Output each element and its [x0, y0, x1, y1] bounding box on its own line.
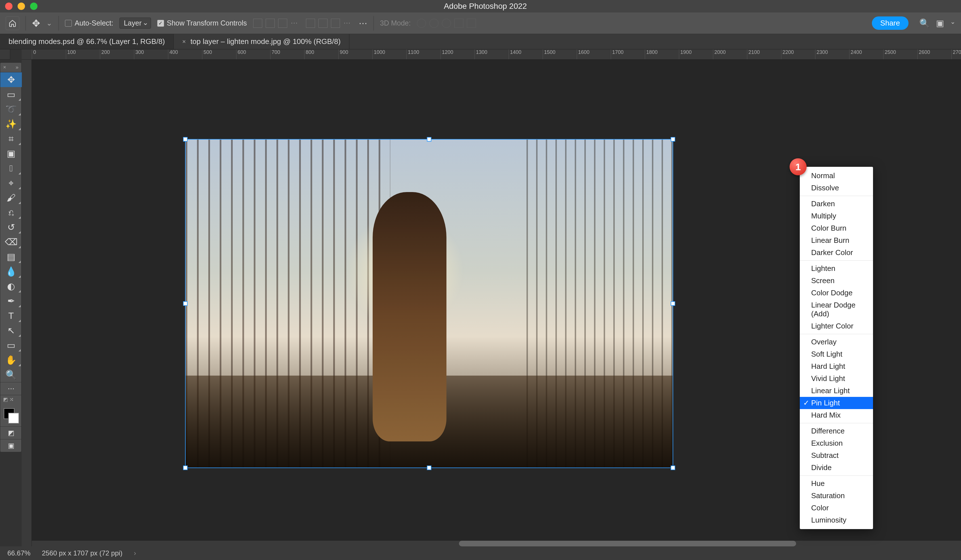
blend-mode-option[interactable]: Divide: [800, 462, 873, 474]
blend-mode-option[interactable]: Linear Burn: [800, 234, 873, 247]
dodge-tool[interactable]: ◐: [0, 279, 22, 294]
dist-top-icon[interactable]: [306, 19, 315, 28]
blend-mode-option[interactable]: Color: [800, 502, 873, 514]
toolbox-expand-icon[interactable]: »: [16, 64, 18, 71]
eraser-tool[interactable]: ⌫: [0, 234, 22, 249]
blend-mode-option[interactable]: Hard Light: [800, 360, 873, 372]
dist-more-icon[interactable]: ⋯: [344, 19, 352, 28]
eyedropper-tool[interactable]: 𓈖: [0, 161, 22, 176]
dist-bottom-icon[interactable]: [331, 19, 340, 28]
blend-mode-option[interactable]: Color Burn: [800, 222, 873, 234]
blend-mode-option[interactable]: Difference: [800, 425, 873, 437]
document-tab[interactable]: ×top layer – lighten mode.jpg @ 100% (RG…: [174, 34, 349, 49]
pan-3d-icon[interactable]: [429, 19, 439, 28]
dolly-3d-icon[interactable]: [442, 19, 451, 28]
canvas-image[interactable]: [185, 139, 673, 468]
lasso-tool[interactable]: ➰: [0, 102, 22, 117]
toolbox-close-icon[interactable]: ×: [3, 64, 6, 71]
transform-handle-tl[interactable]: [183, 137, 188, 141]
blend-mode-dropdown[interactable]: NormalDissolveDarkenMultiplyColor BurnLi…: [800, 167, 873, 529]
blend-mode-option[interactable]: Subtract: [800, 449, 873, 462]
auto-select-target-dropdown[interactable]: Layer: [119, 18, 151, 29]
blend-mode-option[interactable]: Dissolve: [800, 182, 873, 194]
background-swatch[interactable]: [8, 413, 19, 424]
minimize-window-button[interactable]: [18, 3, 25, 10]
default-colors-icon[interactable]: ◩ ⤭: [0, 395, 22, 404]
workspace-chevron-icon[interactable]: ⌄: [950, 18, 955, 28]
align-center-h-icon[interactable]: [266, 19, 275, 28]
rectangle-tool[interactable]: ▭: [0, 338, 22, 353]
blend-mode-option[interactable]: Overlay: [800, 336, 873, 348]
blend-mode-option[interactable]: Normal: [800, 170, 873, 182]
status-chevron-icon[interactable]: ›: [134, 549, 136, 557]
transform-handle-bl[interactable]: [183, 465, 188, 470]
blend-mode-option[interactable]: Hard Mix: [800, 409, 873, 421]
search-icon[interactable]: 🔍: [919, 18, 930, 28]
path-select-tool[interactable]: ↖: [0, 323, 22, 338]
brush-tool[interactable]: 🖌: [0, 190, 22, 205]
blend-mode-option[interactable]: Luminosity: [800, 514, 873, 526]
blend-mode-option[interactable]: Pin Light: [800, 397, 873, 409]
transform-handle-ml[interactable]: [183, 301, 188, 306]
crop-tool[interactable]: ⌗: [0, 132, 22, 146]
document-tab[interactable]: blending modes.psd @ 66.7% (Layer 1, RGB…: [0, 34, 174, 49]
edit-toolbar-icon[interactable]: ⋯: [0, 382, 22, 395]
align-left-icon[interactable]: [253, 19, 262, 28]
close-window-button[interactable]: [5, 3, 13, 10]
transform-handle-tr[interactable]: [671, 137, 675, 141]
show-transform-checkbox[interactable]: ✓ Show Transform Controls: [157, 19, 247, 27]
maximize-window-button[interactable]: [30, 3, 37, 10]
orbit-3d-icon[interactable]: [417, 19, 426, 28]
blend-mode-option[interactable]: Linear Dodge (Add): [800, 299, 873, 320]
blend-mode-option[interactable]: Linear Light: [800, 385, 873, 397]
blend-mode-option[interactable]: Saturation: [800, 489, 873, 502]
history-brush-tool[interactable]: ↺: [0, 220, 22, 234]
share-button[interactable]: Share: [872, 16, 908, 30]
spot-heal-tool[interactable]: ⌖: [0, 176, 22, 190]
zoom-level[interactable]: 66.67%: [7, 549, 31, 557]
tool-preset-chevron[interactable]: ⌄: [46, 19, 52, 27]
pen-tool[interactable]: ✒: [0, 294, 22, 308]
align-right-icon[interactable]: [278, 19, 287, 28]
hand-tool[interactable]: ✋: [0, 353, 22, 367]
blend-mode-option[interactable]: Multiply: [800, 210, 873, 222]
blur-tool[interactable]: 💧: [0, 264, 22, 279]
vertical-ruler[interactable]: [22, 59, 32, 546]
horizontal-scrollbar[interactable]: [32, 541, 961, 546]
ruler-origin[interactable]: [0, 49, 10, 59]
slide-3d-icon[interactable]: [455, 19, 463, 28]
move-tool[interactable]: ✥: [0, 72, 22, 87]
transform-handle-mr[interactable]: [671, 301, 675, 306]
transform-handle-bm[interactable]: [427, 465, 431, 470]
marquee-tool[interactable]: ▭: [0, 87, 22, 102]
auto-select-checkbox[interactable]: Auto-Select:: [65, 19, 113, 27]
blend-mode-option[interactable]: Color Dodge: [800, 287, 873, 299]
type-tool[interactable]: T: [0, 308, 22, 323]
blend-mode-option[interactable]: Screen: [800, 274, 873, 287]
transform-handle-br[interactable]: [671, 465, 675, 470]
magic-wand-tool[interactable]: ✨: [0, 117, 22, 132]
home-button[interactable]: [6, 16, 19, 30]
screen-mode-icon[interactable]: ▣: [0, 440, 22, 452]
blend-mode-option[interactable]: Exclusion: [800, 437, 873, 449]
workspace-icon[interactable]: ▣: [936, 18, 944, 28]
blend-mode-option[interactable]: Lighter Color: [800, 320, 873, 332]
frame-tool[interactable]: ▣: [0, 146, 22, 161]
blend-mode-option[interactable]: Soft Light: [800, 348, 873, 360]
transform-handle-tm[interactable]: [427, 137, 431, 141]
zoom-tool[interactable]: 🔍: [0, 367, 22, 382]
blend-mode-option[interactable]: Lighten: [800, 262, 873, 274]
gradient-tool[interactable]: ▤: [0, 249, 22, 264]
fg-bg-swatches[interactable]: [0, 406, 21, 426]
clone-stamp-tool[interactable]: ⎌: [0, 205, 22, 220]
blend-mode-option[interactable]: Darker Color: [800, 247, 873, 259]
blend-mode-option[interactable]: Vivid Light: [800, 372, 873, 385]
horizontal-ruler[interactable]: 0100200300400500600700800900100011001200…: [32, 49, 961, 59]
align-more-icon[interactable]: ⋯: [291, 19, 300, 28]
blend-mode-option[interactable]: Darken: [800, 198, 873, 210]
camera-3d-icon[interactable]: [467, 19, 476, 28]
quick-mask-icon[interactable]: ◩: [0, 427, 22, 439]
dist-vcenter-icon[interactable]: [318, 19, 328, 28]
blend-mode-option[interactable]: Hue: [800, 477, 873, 489]
document-tab-close-icon[interactable]: ×: [182, 38, 186, 45]
